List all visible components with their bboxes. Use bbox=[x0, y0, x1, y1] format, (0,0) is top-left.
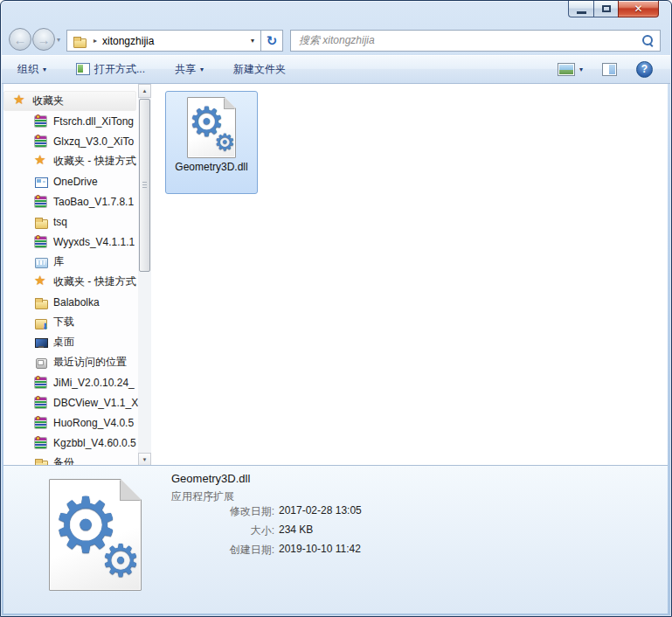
details-field-label: 修改日期: bbox=[171, 504, 274, 519]
file-list-pane[interactable]: ⚙ ⚙ Geometry3D.dll bbox=[152, 84, 668, 467]
share-label: 共享 bbox=[175, 62, 196, 77]
sidebar-scrollbar[interactable]: ▲ ▼ bbox=[138, 84, 151, 467]
details-field-row: 创建日期: 2019-10-10 11:42 bbox=[171, 543, 362, 558]
sidebar-item-label: 下载 bbox=[53, 315, 74, 329]
organize-label: 组织 bbox=[17, 62, 38, 77]
sidebar-item-label: 最近访问的位置 bbox=[53, 355, 127, 370]
sidebar-item[interactable]: OneDrive bbox=[3, 171, 138, 191]
archive-icon bbox=[34, 135, 48, 149]
sidebar-item-label: DBCView_V1.1_X bbox=[53, 397, 138, 409]
minimize-button[interactable] bbox=[568, 1, 593, 17]
sidebar-item-label: tsq bbox=[53, 216, 67, 228]
sidebar-item[interactable]: Glxzq_V3.0_XiTo bbox=[3, 131, 138, 151]
sidebar-item[interactable]: DBCView_V1.1_X bbox=[3, 392, 138, 412]
chevron-down-icon: ▾ bbox=[579, 66, 583, 73]
history-dropdown[interactable]: ▾ bbox=[57, 36, 60, 44]
sidebar-item[interactable]: 桌面 bbox=[3, 332, 138, 352]
archive-icon bbox=[34, 416, 48, 430]
sidebar-item[interactable]: 下载 bbox=[3, 312, 138, 332]
search-icon[interactable] bbox=[641, 34, 655, 47]
sidebar-item[interactable]: TaoBao_V1.7.8.1 bbox=[3, 191, 138, 211]
sidebar-item[interactable]: 收藏夹 - 快捷方式 bbox=[3, 151, 138, 171]
close-button[interactable]: ✕ bbox=[618, 1, 659, 17]
sidebar-item-label: 收藏夹 bbox=[32, 94, 64, 108]
open-with-icon bbox=[76, 63, 90, 75]
sidebar-item[interactable]: 收藏夹 bbox=[3, 91, 136, 111]
forward-button[interactable]: → bbox=[32, 28, 55, 51]
open-with-button[interactable]: 打开方式... bbox=[71, 59, 150, 80]
folder-icon bbox=[34, 215, 48, 229]
views-icon bbox=[558, 63, 575, 76]
sidebar-item-label: TaoBao_V1.7.8.1 bbox=[53, 196, 134, 208]
close-icon: ✕ bbox=[634, 3, 642, 15]
details-pane: ⚙ ⚙ Geometry3D.dll 应用程序扩展 修改日期: 2017-02-… bbox=[3, 465, 668, 614]
onedrive-icon bbox=[34, 175, 48, 189]
archive-icon bbox=[34, 396, 48, 410]
sidebar-item-label: Wyyxds_V4.1.1.1 bbox=[53, 236, 135, 248]
sidebar-item[interactable]: JiMi_V2.0.10.24_ bbox=[3, 372, 138, 392]
sidebar-item[interactable]: HuoRong_V4.0.5 bbox=[3, 412, 138, 433]
details-file-type: 应用程序扩展 bbox=[171, 489, 234, 504]
organize-button[interactable]: 组织 ▾ bbox=[12, 59, 52, 80]
sidebar-item-label: Balabolka bbox=[53, 296, 100, 308]
window-body: 收藏夹 Ftsrch.dll_XiTong Glxzq_V3.0_XiTo 收藏… bbox=[3, 84, 668, 614]
explorer-window: ✕ ← → ▾ ▸ xitongzhijia ▾ ↻ 搜索 xitongzhij… bbox=[0, 0, 672, 617]
sidebar-item-label: 库 bbox=[53, 254, 64, 269]
new-folder-label: 新建文件夹 bbox=[233, 62, 286, 77]
archive-icon bbox=[34, 235, 48, 249]
share-button[interactable]: 共享 ▾ bbox=[170, 59, 209, 80]
sidebar-item[interactable]: Balabolka bbox=[3, 292, 138, 312]
scrollbar-thumb[interactable] bbox=[139, 99, 150, 272]
breadcrumb-arrow-icon[interactable]: ▸ bbox=[94, 37, 97, 45]
details-field-value: 2017-02-28 13:05 bbox=[279, 504, 362, 519]
toolbar-right-icons: ▾ ? bbox=[552, 58, 658, 81]
change-view-button[interactable]: ▾ bbox=[552, 59, 588, 80]
minimize-icon bbox=[577, 11, 586, 14]
sidebar-item[interactable]: Ftsrch.dll_XiTong bbox=[3, 111, 138, 131]
sidebar-item-label: JiMi_V2.0.10.24_ bbox=[53, 377, 135, 389]
back-button[interactable]: ← bbox=[9, 28, 31, 51]
sidebar-item-label: OneDrive bbox=[53, 176, 98, 188]
search-input[interactable]: 搜索 xitongzhijia bbox=[299, 33, 641, 48]
favorites-shortcut-icon bbox=[34, 155, 48, 169]
chevron-down-icon: ▾ bbox=[200, 66, 204, 73]
sidebar-item-label: 收藏夹 - 快捷方式 bbox=[53, 154, 136, 169]
sidebar-item-label: 桌面 bbox=[53, 335, 74, 350]
breadcrumb-folder[interactable]: xitongzhijia bbox=[102, 35, 154, 47]
search-box[interactable]: 搜索 xitongzhijia bbox=[290, 30, 661, 52]
address-bar[interactable]: ▸ xitongzhijia ▾ bbox=[66, 30, 260, 52]
scroll-up-button[interactable]: ▲ bbox=[138, 84, 151, 98]
archive-icon bbox=[34, 376, 48, 390]
archive-icon bbox=[34, 195, 48, 209]
open-with-label: 打开方式... bbox=[94, 62, 145, 77]
sidebar-item[interactable]: Wyyxds_V4.1.1.1 bbox=[3, 232, 138, 252]
sidebar-item[interactable]: 库 bbox=[3, 252, 138, 272]
details-field-value: 2019-10-10 11:42 bbox=[279, 543, 361, 558]
sidebar-item[interactable]: 最近访问的位置 bbox=[3, 352, 138, 372]
sidebar-item[interactable]: Kgzbbl_V4.60.0.5 bbox=[3, 433, 138, 453]
details-field-label: 创建日期: bbox=[171, 543, 274, 558]
maximize-icon bbox=[602, 5, 611, 12]
new-folder-button[interactable]: 新建文件夹 bbox=[228, 59, 291, 80]
details-file-name: Geometry3D.dll bbox=[171, 472, 250, 485]
details-fields: 修改日期: 2017-02-28 13:05 大小: 234 KB 创建日期: … bbox=[171, 504, 362, 562]
sidebar-item[interactable]: 收藏夹 - 快捷方式 bbox=[3, 272, 138, 292]
address-dropdown-icon[interactable]: ▾ bbox=[248, 37, 257, 45]
maximize-button[interactable] bbox=[593, 1, 618, 17]
sidebar-item-label: Kgzbbl_V4.60.0.5 bbox=[53, 437, 136, 449]
dll-file-icon: ⚙ ⚙ bbox=[187, 97, 236, 158]
archive-icon bbox=[34, 436, 48, 450]
folder-icon bbox=[73, 34, 87, 48]
forward-icon: → bbox=[38, 32, 51, 47]
help-button[interactable]: ? bbox=[631, 58, 658, 81]
file-name-label: Geometry3D.dll bbox=[175, 161, 247, 173]
gear-icon: ⚙ bbox=[214, 131, 235, 155]
refresh-icon: ↻ bbox=[267, 33, 278, 49]
refresh-button[interactable]: ↻ bbox=[260, 30, 283, 52]
sidebar-item[interactable]: tsq bbox=[3, 211, 138, 232]
preview-pane-button[interactable] bbox=[597, 59, 622, 80]
file-item-selected[interactable]: ⚙ ⚙ Geometry3D.dll bbox=[165, 91, 258, 194]
page-fold bbox=[121, 479, 142, 500]
window-controls: ✕ bbox=[568, 1, 659, 17]
favorites-icon bbox=[13, 94, 27, 108]
